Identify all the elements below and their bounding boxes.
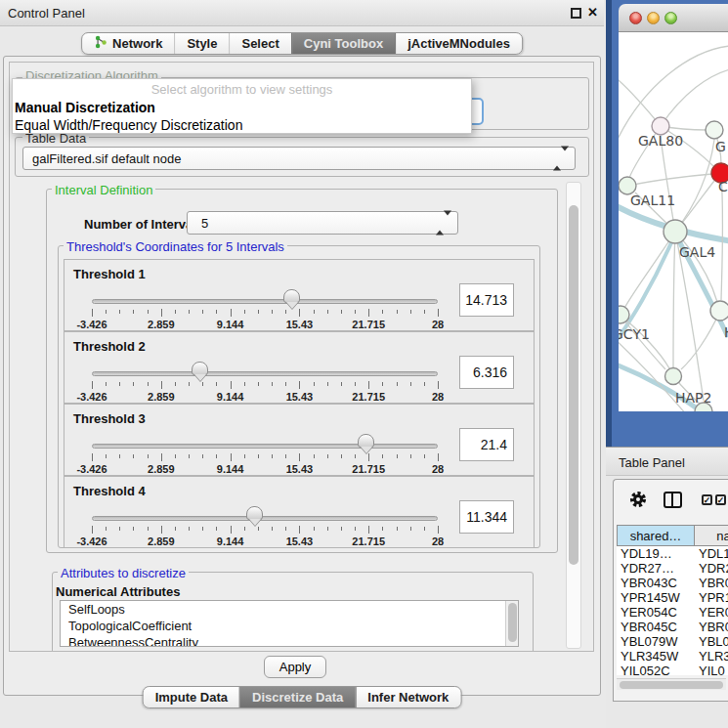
tab-style[interactable]: Style	[174, 33, 229, 54]
panel-scrollbar-thumb[interactable]	[569, 205, 578, 565]
slider-thumb[interactable]	[246, 506, 263, 520]
zoom-traffic-light-icon[interactable]	[664, 12, 677, 24]
popup-option-manual-discretization[interactable]: Manual Discretization	[15, 100, 471, 115]
cell-shared-name[interactable]: YBR045C	[617, 620, 695, 634]
horizontal-scrollbar[interactable]	[617, 678, 726, 690]
cell-shared-name[interactable]: YPR145W	[617, 590, 695, 605]
cell-shared-name[interactable]: YBL079W	[617, 634, 695, 649]
combobox-spinner-icon[interactable]	[436, 216, 451, 231]
tab-network[interactable]: Network	[82, 33, 174, 54]
slider-track[interactable]	[92, 371, 438, 376]
tick-mark	[92, 381, 93, 389]
node-label: GAL80	[638, 133, 683, 149]
node-label: H	[724, 324, 728, 340]
cell-name[interactable]: YDR2	[695, 561, 728, 576]
slider-track[interactable]	[92, 444, 438, 449]
table-row[interactable]: YLR345WYLR3	[617, 649, 728, 664]
column-header-shared-name[interactable]: shared…	[617, 525, 695, 546]
attribute-list-item[interactable]: SelfLoops	[61, 601, 518, 618]
attribute-list-item[interactable]: TopologicalCoefficient	[61, 618, 518, 634]
slider-track[interactable]	[92, 516, 438, 521]
table-row[interactable]: YBR043CYBR0	[617, 576, 728, 590]
network-graph[interactable]: GAL80GCGAL11GAL4GCY1HHAP2	[619, 32, 728, 411]
threshold-4-slider[interactable]: -3.4262.8599.14415.4321.71528	[92, 504, 438, 547]
cell-name[interactable]: YBR0	[695, 620, 728, 634]
cell-name[interactable]: YER0	[695, 605, 728, 620]
tick-mark	[355, 454, 356, 458]
tick-mark	[202, 382, 203, 386]
network-window-titlebar[interactable]	[619, 4, 728, 32]
cell-name[interactable]: YPR1	[695, 590, 728, 605]
cell-shared-name[interactable]: YIL052C	[617, 664, 695, 675]
horizontal-scrollbar-thumb[interactable]	[620, 681, 723, 689]
close-traffic-light-icon[interactable]	[629, 12, 642, 24]
list-scrollbar[interactable]	[505, 601, 518, 646]
table-row[interactable]: YPR145WYPR1	[617, 590, 728, 605]
threshold-2-value-field[interactable]: 6.316	[459, 356, 514, 389]
split-columns-icon[interactable]	[664, 492, 682, 508]
tab-jactivemnodules[interactable]: jActiveMNodules	[395, 33, 522, 54]
numerical-attributes-list[interactable]: SelfLoopsTopologicalCoefficientBetweenne…	[60, 600, 519, 647]
popup-option-equal-width[interactable]: Equal Width/Frequency Discretization	[15, 117, 471, 133]
threshold-1-value-field[interactable]: 14.713	[459, 283, 514, 317]
cell-name[interactable]: YIL0	[695, 664, 728, 675]
apply-button[interactable]: Apply	[264, 656, 326, 678]
tab-select[interactable]: Select	[229, 33, 290, 54]
tab-label: jActiveMNodules	[407, 36, 510, 51]
cell-name[interactable]: YBL0	[695, 634, 728, 649]
attribute-list-item[interactable]: BetweennessCentrality	[61, 634, 518, 647]
tick-mark	[175, 310, 176, 314]
network-node-h[interactable]	[710, 301, 728, 321]
tab-cyni-toolbox[interactable]: Cyni Toolbox	[291, 33, 395, 54]
combobox-spinner-icon[interactable]	[553, 151, 569, 166]
tab-impute-data[interactable]: Impute Data	[144, 687, 239, 707]
number-of-intervals-combobox[interactable]: 5	[187, 211, 458, 235]
threshold-3-slider[interactable]: -3.4262.8599.14415.4321.71528	[92, 432, 438, 475]
tab-infer-network[interactable]: Infer Network	[355, 687, 460, 707]
cell-shared-name[interactable]: YBR043C	[617, 576, 695, 590]
slider-thumb[interactable]	[192, 362, 208, 375]
table-row[interactable]: YDR27…YDR2	[617, 561, 728, 576]
table-row[interactable]: YBR045CYBR0	[617, 620, 728, 634]
network-node-gal4[interactable]	[664, 220, 687, 243]
list-scrollbar-thumb[interactable]	[508, 603, 517, 642]
threshold-4-value-field[interactable]: 11.344	[459, 500, 514, 534]
tick-mark	[355, 382, 356, 386]
network-node-g[interactable]	[706, 121, 723, 139]
tick-mark	[341, 454, 342, 458]
table-row[interactable]: YER054CYER0	[617, 605, 728, 620]
cell-shared-name[interactable]: YER054C	[617, 605, 695, 620]
minimize-traffic-light-icon[interactable]	[647, 12, 660, 24]
cell-name[interactable]: YBR0	[695, 576, 728, 590]
threshold-1-slider[interactable]: -3.4262.8599.14415.4321.71528	[92, 287, 438, 330]
network-node-hap2[interactable]	[665, 368, 682, 385]
close-icon[interactable]: ✕	[587, 5, 598, 20]
network-canvas[interactable]: GAL80GCGAL11GAL4GCY1HHAP2	[619, 32, 728, 411]
slider-thumb[interactable]	[283, 289, 300, 303]
network-node-gcy1[interactable]	[619, 306, 629, 323]
table-data-combobox[interactable]: galFiltered.sif default node	[22, 147, 576, 170]
threshold-3-value-field[interactable]: 21.4	[459, 428, 514, 461]
table-row[interactable]: YDL19…YDL1	[617, 546, 728, 561]
float-window-icon[interactable]	[571, 8, 581, 19]
cell-name[interactable]: YDL1	[695, 546, 728, 561]
slider-track[interactable]	[92, 299, 438, 304]
tick-mark	[314, 527, 315, 531]
column-header-name[interactable]: na	[695, 525, 728, 546]
table-rows[interactable]: YDL19…YDL1YDR27…YDR2YBR043CYBR0YPR145WYP…	[617, 546, 728, 675]
table-row[interactable]: YBL079WYBL0	[617, 634, 728, 649]
node-label: GAL4	[679, 244, 715, 260]
checkbox-icon[interactable]: ✓	[702, 494, 712, 505]
tab-discretize-data[interactable]: Discretize Data	[239, 687, 355, 707]
tick-mark	[133, 310, 134, 314]
settings-gear-icon[interactable]	[628, 490, 648, 513]
cell-shared-name[interactable]: YDL19…	[617, 546, 695, 561]
threshold-2-slider[interactable]: -3.4262.8599.14415.4321.71528	[92, 360, 438, 403]
slider-thumb[interactable]	[358, 434, 374, 448]
panel-scrollbar[interactable]	[566, 182, 581, 649]
cell-shared-name[interactable]: YDR27…	[617, 561, 695, 576]
checkbox-icon[interactable]: ✓	[715, 494, 726, 505]
cell-name[interactable]: YLR3	[695, 649, 728, 664]
table-row[interactable]: YIL052CYIL0	[617, 664, 728, 675]
cell-shared-name[interactable]: YLR345W	[617, 649, 695, 664]
